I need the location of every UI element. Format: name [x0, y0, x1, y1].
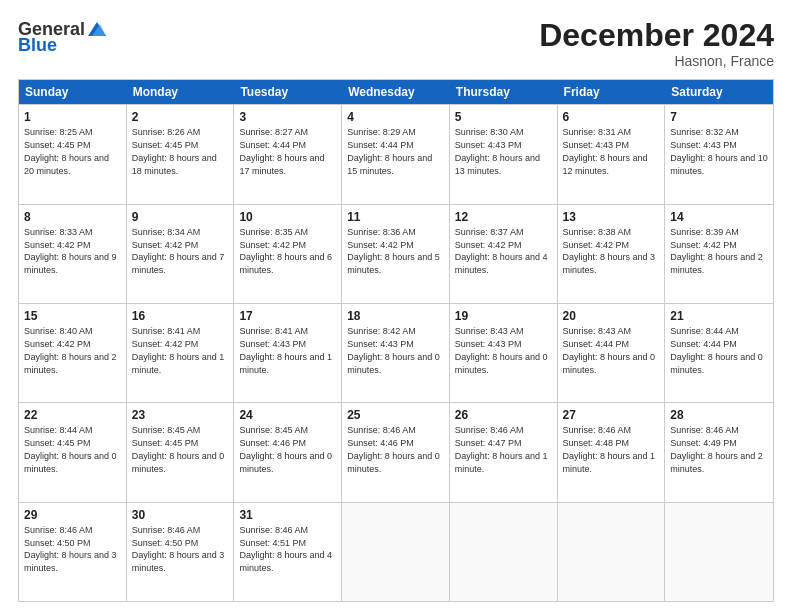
day-number: 24: [239, 407, 336, 423]
cell-text: Sunrise: 8:35 AMSunset: 4:42 PMDaylight:…: [239, 227, 332, 275]
calendar-cell: 12Sunrise: 8:37 AMSunset: 4:42 PMDayligh…: [450, 205, 558, 303]
day-number: 7: [670, 109, 768, 125]
calendar-cell: [450, 503, 558, 601]
logo: General Blue: [18, 18, 108, 54]
day-number: 4: [347, 109, 444, 125]
day-number: 20: [563, 308, 660, 324]
day-number: 27: [563, 407, 660, 423]
cell-text: Sunrise: 8:44 AMSunset: 4:44 PMDaylight:…: [670, 326, 763, 374]
calendar-cell: 4Sunrise: 8:29 AMSunset: 4:44 PMDaylight…: [342, 105, 450, 203]
cell-text: Sunrise: 8:42 AMSunset: 4:43 PMDaylight:…: [347, 326, 440, 374]
calendar-week-row: 1Sunrise: 8:25 AMSunset: 4:45 PMDaylight…: [19, 104, 773, 203]
cell-text: Sunrise: 8:40 AMSunset: 4:42 PMDaylight:…: [24, 326, 117, 374]
cell-text: Sunrise: 8:44 AMSunset: 4:45 PMDaylight:…: [24, 425, 117, 473]
calendar-cell: 21Sunrise: 8:44 AMSunset: 4:44 PMDayligh…: [665, 304, 773, 402]
calendar-cell: 24Sunrise: 8:45 AMSunset: 4:46 PMDayligh…: [234, 403, 342, 501]
calendar-cell: 19Sunrise: 8:43 AMSunset: 4:43 PMDayligh…: [450, 304, 558, 402]
day-number: 23: [132, 407, 229, 423]
day-number: 15: [24, 308, 121, 324]
calendar-cell: 14Sunrise: 8:39 AMSunset: 4:42 PMDayligh…: [665, 205, 773, 303]
cell-text: Sunrise: 8:43 AMSunset: 4:43 PMDaylight:…: [455, 326, 548, 374]
calendar-body: 1Sunrise: 8:25 AMSunset: 4:45 PMDaylight…: [19, 104, 773, 601]
cell-text: Sunrise: 8:30 AMSunset: 4:43 PMDaylight:…: [455, 127, 540, 175]
calendar-day-header: Sunday: [19, 80, 127, 104]
cell-text: Sunrise: 8:31 AMSunset: 4:43 PMDaylight:…: [563, 127, 648, 175]
calendar-cell: 10Sunrise: 8:35 AMSunset: 4:42 PMDayligh…: [234, 205, 342, 303]
calendar-week-row: 8Sunrise: 8:33 AMSunset: 4:42 PMDaylight…: [19, 204, 773, 303]
cell-text: Sunrise: 8:39 AMSunset: 4:42 PMDaylight:…: [670, 227, 763, 275]
calendar-day-header: Thursday: [450, 80, 558, 104]
cell-text: Sunrise: 8:45 AMSunset: 4:46 PMDaylight:…: [239, 425, 332, 473]
cell-text: Sunrise: 8:33 AMSunset: 4:42 PMDaylight:…: [24, 227, 117, 275]
day-number: 29: [24, 507, 121, 523]
calendar-cell: [342, 503, 450, 601]
calendar-cell: [665, 503, 773, 601]
day-number: 8: [24, 209, 121, 225]
cell-text: Sunrise: 8:25 AMSunset: 4:45 PMDaylight:…: [24, 127, 109, 175]
cell-text: Sunrise: 8:46 AMSunset: 4:49 PMDaylight:…: [670, 425, 763, 473]
cell-text: Sunrise: 8:46 AMSunset: 4:51 PMDaylight:…: [239, 525, 332, 573]
cell-text: Sunrise: 8:29 AMSunset: 4:44 PMDaylight:…: [347, 127, 432, 175]
cell-text: Sunrise: 8:46 AMSunset: 4:46 PMDaylight:…: [347, 425, 440, 473]
header: General Blue December 2024 Hasnon, Franc…: [18, 18, 774, 69]
day-number: 9: [132, 209, 229, 225]
day-number: 26: [455, 407, 552, 423]
day-number: 22: [24, 407, 121, 423]
cell-text: Sunrise: 8:45 AMSunset: 4:45 PMDaylight:…: [132, 425, 225, 473]
cell-text: Sunrise: 8:36 AMSunset: 4:42 PMDaylight:…: [347, 227, 440, 275]
logo-blue: Blue: [18, 36, 57, 54]
day-number: 13: [563, 209, 660, 225]
day-number: 10: [239, 209, 336, 225]
cell-text: Sunrise: 8:41 AMSunset: 4:42 PMDaylight:…: [132, 326, 225, 374]
cell-text: Sunrise: 8:38 AMSunset: 4:42 PMDaylight:…: [563, 227, 656, 275]
calendar-cell: 30Sunrise: 8:46 AMSunset: 4:50 PMDayligh…: [127, 503, 235, 601]
calendar-day-header: Tuesday: [234, 80, 342, 104]
cell-text: Sunrise: 8:32 AMSunset: 4:43 PMDaylight:…: [670, 127, 768, 175]
calendar-cell: 3Sunrise: 8:27 AMSunset: 4:44 PMDaylight…: [234, 105, 342, 203]
day-number: 12: [455, 209, 552, 225]
calendar-cell: [558, 503, 666, 601]
day-number: 31: [239, 507, 336, 523]
day-number: 30: [132, 507, 229, 523]
cell-text: Sunrise: 8:43 AMSunset: 4:44 PMDaylight:…: [563, 326, 656, 374]
title-area: December 2024 Hasnon, France: [539, 18, 774, 69]
calendar-week-row: 29Sunrise: 8:46 AMSunset: 4:50 PMDayligh…: [19, 502, 773, 601]
calendar-week-row: 22Sunrise: 8:44 AMSunset: 4:45 PMDayligh…: [19, 402, 773, 501]
calendar-cell: 11Sunrise: 8:36 AMSunset: 4:42 PMDayligh…: [342, 205, 450, 303]
cell-text: Sunrise: 8:46 AMSunset: 4:48 PMDaylight:…: [563, 425, 656, 473]
day-number: 14: [670, 209, 768, 225]
day-number: 18: [347, 308, 444, 324]
day-number: 6: [563, 109, 660, 125]
calendar-week-row: 15Sunrise: 8:40 AMSunset: 4:42 PMDayligh…: [19, 303, 773, 402]
calendar-day-header: Friday: [558, 80, 666, 104]
cell-text: Sunrise: 8:34 AMSunset: 4:42 PMDaylight:…: [132, 227, 225, 275]
calendar-cell: 28Sunrise: 8:46 AMSunset: 4:49 PMDayligh…: [665, 403, 773, 501]
page: General Blue December 2024 Hasnon, Franc…: [0, 0, 792, 612]
location: Hasnon, France: [539, 53, 774, 69]
calendar-cell: 26Sunrise: 8:46 AMSunset: 4:47 PMDayligh…: [450, 403, 558, 501]
calendar-cell: 6Sunrise: 8:31 AMSunset: 4:43 PMDaylight…: [558, 105, 666, 203]
calendar-cell: 9Sunrise: 8:34 AMSunset: 4:42 PMDaylight…: [127, 205, 235, 303]
day-number: 3: [239, 109, 336, 125]
calendar-cell: 23Sunrise: 8:45 AMSunset: 4:45 PMDayligh…: [127, 403, 235, 501]
calendar-cell: 1Sunrise: 8:25 AMSunset: 4:45 PMDaylight…: [19, 105, 127, 203]
calendar-cell: 15Sunrise: 8:40 AMSunset: 4:42 PMDayligh…: [19, 304, 127, 402]
cell-text: Sunrise: 8:46 AMSunset: 4:50 PMDaylight:…: [132, 525, 225, 573]
cell-text: Sunrise: 8:26 AMSunset: 4:45 PMDaylight:…: [132, 127, 217, 175]
calendar-cell: 20Sunrise: 8:43 AMSunset: 4:44 PMDayligh…: [558, 304, 666, 402]
calendar-cell: 22Sunrise: 8:44 AMSunset: 4:45 PMDayligh…: [19, 403, 127, 501]
calendar-day-header: Wednesday: [342, 80, 450, 104]
calendar-cell: 18Sunrise: 8:42 AMSunset: 4:43 PMDayligh…: [342, 304, 450, 402]
logo-icon: [86, 18, 108, 40]
cell-text: Sunrise: 8:41 AMSunset: 4:43 PMDaylight:…: [239, 326, 332, 374]
cell-text: Sunrise: 8:27 AMSunset: 4:44 PMDaylight:…: [239, 127, 324, 175]
calendar-cell: 31Sunrise: 8:46 AMSunset: 4:51 PMDayligh…: [234, 503, 342, 601]
calendar-cell: 8Sunrise: 8:33 AMSunset: 4:42 PMDaylight…: [19, 205, 127, 303]
calendar-cell: 29Sunrise: 8:46 AMSunset: 4:50 PMDayligh…: [19, 503, 127, 601]
day-number: 5: [455, 109, 552, 125]
day-number: 1: [24, 109, 121, 125]
calendar-day-header: Saturday: [665, 80, 773, 104]
calendar-cell: 17Sunrise: 8:41 AMSunset: 4:43 PMDayligh…: [234, 304, 342, 402]
calendar-cell: 16Sunrise: 8:41 AMSunset: 4:42 PMDayligh…: [127, 304, 235, 402]
day-number: 25: [347, 407, 444, 423]
